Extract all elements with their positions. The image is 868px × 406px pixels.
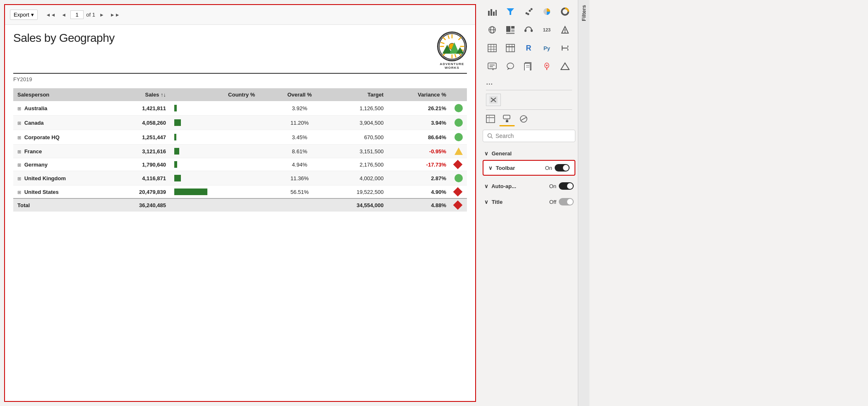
total-sales: 36,240,485 bbox=[110, 198, 170, 212]
table-row: ⊞ United States20,479,83956.51%19,522,50… bbox=[13, 186, 467, 199]
kpi-icon[interactable] bbox=[557, 22, 573, 37]
toolbar-toggle-switch[interactable] bbox=[555, 164, 570, 172]
tab-format[interactable] bbox=[499, 111, 515, 126]
cell-target: 3,904,500 bbox=[327, 116, 387, 130]
status-circle-green bbox=[454, 174, 463, 182]
expand-icon[interactable]: ⊞ bbox=[17, 190, 21, 195]
auto-ap-toggle-switch[interactable] bbox=[559, 182, 574, 190]
cell-variance: 4.90% bbox=[388, 186, 450, 199]
x-badge[interactable] bbox=[486, 94, 501, 106]
logo-circle bbox=[437, 31, 467, 61]
total-bar bbox=[170, 198, 212, 212]
treemap-icon[interactable] bbox=[503, 22, 518, 37]
svg-rect-69 bbox=[486, 115, 495, 123]
search-input[interactable] bbox=[495, 133, 571, 139]
expand-icon[interactable]: ⊞ bbox=[17, 121, 21, 126]
python-visual-icon[interactable]: Py bbox=[539, 41, 555, 56]
format-search-box[interactable] bbox=[483, 130, 575, 142]
total-status bbox=[450, 198, 467, 212]
cell-salesperson: ⊞ Germany bbox=[13, 158, 110, 171]
cell-country-pct bbox=[212, 158, 272, 171]
variance-value: -0.95% bbox=[429, 148, 446, 155]
svg-point-23 bbox=[529, 10, 531, 12]
pie-chart-icon[interactable] bbox=[539, 4, 555, 19]
tab-field-list[interactable] bbox=[483, 111, 498, 126]
title-row: ∨ Title Off bbox=[483, 195, 575, 209]
svg-rect-35 bbox=[524, 29, 527, 32]
title-toggle-switch[interactable] bbox=[559, 198, 574, 205]
svg-rect-72 bbox=[503, 115, 510, 119]
expand-icon[interactable]: ⊞ bbox=[17, 106, 21, 111]
headset-icon[interactable] bbox=[521, 22, 536, 37]
prev-page-button[interactable]: ◄ bbox=[60, 11, 68, 19]
cell-bar bbox=[170, 171, 212, 186]
col-overall-pct: Overall % bbox=[272, 88, 327, 101]
scatter-icon[interactable] bbox=[521, 4, 536, 19]
chevron-down-icon: ▾ bbox=[31, 12, 34, 18]
total-overall-pct bbox=[272, 198, 327, 212]
shape-icon[interactable] bbox=[557, 59, 573, 74]
table-icon[interactable] bbox=[503, 41, 518, 56]
page-number-input[interactable] bbox=[70, 10, 84, 19]
r-visual-icon[interactable]: R bbox=[521, 41, 536, 56]
svg-rect-19 bbox=[493, 12, 495, 16]
expand-icon[interactable]: ⊞ bbox=[17, 162, 21, 167]
export-button[interactable]: Export ▾ bbox=[10, 10, 38, 20]
page-navigation: ◄◄ ◄ of 1 ► ►► bbox=[44, 10, 122, 19]
next-page-button[interactable]: ► bbox=[98, 11, 106, 19]
expand-icon[interactable]: ⊞ bbox=[17, 149, 21, 154]
cell-country-pct bbox=[212, 101, 272, 116]
donut-icon[interactable] bbox=[557, 4, 573, 19]
expand-icon[interactable]: ⊞ bbox=[17, 135, 21, 140]
toolbar-toggle-right: On bbox=[545, 164, 570, 172]
cell-target: 1,126,500 bbox=[327, 101, 387, 116]
title-toggle-label: Off bbox=[549, 199, 556, 205]
first-page-button[interactable]: ◄◄ bbox=[44, 11, 58, 19]
filters-sidebar[interactable]: Filters bbox=[578, 0, 589, 406]
general-section-header[interactable]: ∨ General bbox=[483, 147, 575, 160]
variance-value: -17.73% bbox=[426, 162, 446, 168]
auto-ap-toggle-right: On bbox=[549, 182, 574, 190]
cell-country-pct bbox=[212, 186, 272, 199]
cell-bar bbox=[170, 186, 212, 199]
cell-target: 670,500 bbox=[327, 130, 387, 145]
map-icon[interactable] bbox=[484, 22, 500, 37]
cell-bar bbox=[170, 130, 212, 145]
svg-rect-40 bbox=[488, 44, 496, 52]
bar-chart-icon[interactable] bbox=[484, 4, 500, 19]
cell-bar bbox=[170, 145, 212, 158]
filters-label: Filters bbox=[581, 5, 587, 21]
visualization-icons-row3: R Py bbox=[483, 39, 575, 57]
more-visuals-dots[interactable]: ... bbox=[483, 75, 575, 88]
divider2 bbox=[486, 109, 572, 110]
report-header: Sales by Geography bbox=[13, 31, 467, 74]
cell-bar bbox=[170, 158, 212, 171]
col-salesperson: Salesperson bbox=[13, 88, 110, 101]
cell-salesperson: ⊞ United States bbox=[13, 186, 110, 199]
col-bar bbox=[170, 88, 212, 101]
number-card-icon[interactable]: 123 bbox=[539, 22, 555, 37]
table-row: ⊞ Corporate HQ1,251,4473.45%670,50086.64… bbox=[13, 130, 467, 145]
tab-analytics[interactable] bbox=[516, 111, 531, 126]
field-list-icon bbox=[486, 115, 495, 123]
sales-bar bbox=[174, 175, 181, 181]
cell-status bbox=[450, 158, 467, 171]
smart-narrative-icon[interactable] bbox=[484, 59, 500, 74]
azure-map-icon[interactable] bbox=[539, 59, 555, 74]
expand-icon[interactable]: ⊞ bbox=[17, 176, 21, 181]
auto-ap-toggle-label: On bbox=[549, 183, 556, 189]
cell-variance: 2.87% bbox=[388, 171, 450, 186]
funnel-icon[interactable] bbox=[503, 4, 518, 19]
qa-icon[interactable] bbox=[503, 59, 518, 74]
cell-bar bbox=[170, 101, 212, 116]
logo-line1: ADVENTURE bbox=[440, 62, 464, 66]
decomp-tree-icon[interactable] bbox=[557, 41, 573, 56]
table-header-row: Salesperson Sales ↑↓ Country % Overall %… bbox=[13, 88, 467, 101]
col-sales[interactable]: Sales ↑↓ bbox=[110, 88, 170, 101]
status-circle-green bbox=[454, 133, 463, 141]
paginated-report-icon[interactable] bbox=[521, 59, 536, 74]
matrix-icon[interactable] bbox=[484, 41, 500, 56]
last-page-button[interactable]: ►► bbox=[108, 11, 122, 19]
svg-rect-34 bbox=[506, 33, 515, 34]
cell-bar bbox=[170, 116, 212, 130]
